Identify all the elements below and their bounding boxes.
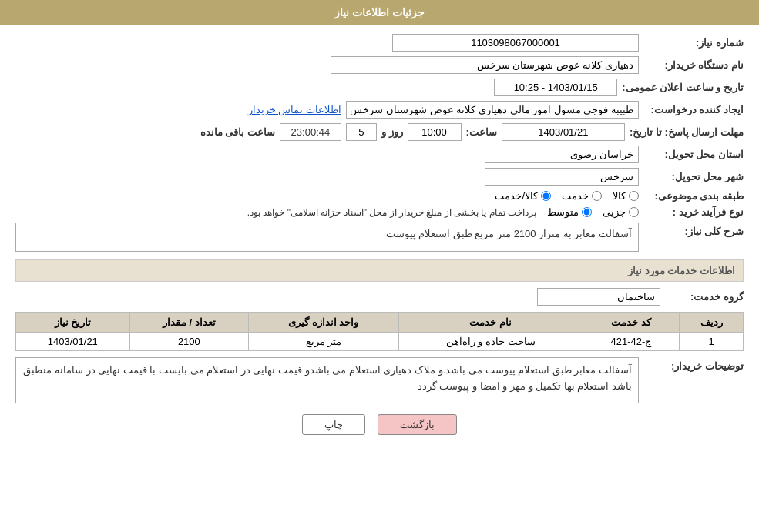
purchase-motavasset-radio[interactable]: [582, 207, 592, 217]
col-header-row: ردیف: [680, 313, 744, 333]
purchase-motavasset[interactable]: متوسط: [547, 206, 592, 218]
category-kala-khedmat-label: کالا/خدمت: [495, 190, 538, 202]
col-header-name: نام خدمت: [398, 313, 583, 333]
province-label: استان محل تحویل:: [643, 149, 744, 160]
table-row: 1 ج-42-421 ساخت جاده و راه‌آهن متر مربع …: [16, 333, 744, 351]
category-khedmat-label: خدمت: [562, 190, 589, 202]
city-input[interactable]: [485, 168, 639, 186]
service-group-row: گروه خدمت:: [15, 288, 744, 306]
col-header-unit: واحد اندازه گیری: [249, 313, 399, 333]
date-announce-row: تاریخ و ساعت اعلان عمومی:: [15, 79, 744, 96]
station-label: نام دستگاه خریدار:: [643, 59, 744, 71]
need-number-input[interactable]: [392, 34, 639, 52]
page-title: جزئیات اطلاعات نیاز: [334, 6, 425, 18]
purchase-jozyi-label: جزیی: [603, 206, 626, 218]
category-kala-radio[interactable]: [629, 191, 639, 201]
category-khedmat-radio[interactable]: [592, 191, 602, 201]
need-desc-label: شرح کلی نیاز:: [643, 223, 744, 237]
cell-row: 1: [680, 333, 744, 351]
category-khedmat[interactable]: خدمت: [562, 190, 602, 202]
col-header-qty: تعداد / مقدار: [129, 313, 248, 333]
col-header-code: کد خدمت: [583, 313, 680, 333]
purchase-jozyi-radio[interactable]: [629, 207, 639, 217]
city-label: شهر محل تحویل:: [643, 171, 744, 182]
cell-date: 1403/01/21: [16, 333, 130, 351]
purchase-type-radio-group: جزیی متوسط: [547, 206, 639, 218]
purchase-jozyi[interactable]: جزیی: [603, 206, 639, 218]
page-container: جزئیات اطلاعات نیاز شماره نیاز: نام دستگ…: [0, 0, 759, 532]
cell-qty: 2100: [129, 333, 248, 351]
deadline-time-input[interactable]: [408, 123, 462, 141]
date-announce-input[interactable]: [494, 79, 617, 96]
button-row: بازگشت چاپ: [15, 414, 744, 435]
need-desc-value: آسفالت معابر به متراز 2100 متر مربع طبق …: [386, 228, 632, 239]
service-group-label: گروه خدمت:: [667, 291, 744, 303]
cell-name: ساخت جاده و راه‌آهن: [398, 333, 583, 351]
category-kala-label: کالا: [613, 190, 626, 202]
creator-input[interactable]: [346, 101, 639, 119]
deadline-time-label: ساعت:: [466, 126, 497, 138]
buyer-notes-value: آسفالت معابر طبق استعلام پیوست می باشد.و…: [23, 364, 632, 392]
buyer-notes-box: آسفالت معابر طبق استعلام پیوست می باشد.و…: [15, 357, 639, 403]
category-row: طبقه بندی موضوعی: کالا خدمت کالا/خدمت: [15, 190, 744, 202]
deadline-remaining-box: 23:00:44: [280, 123, 341, 141]
category-kala-khedmat[interactable]: کالا/خدمت: [495, 190, 551, 202]
deadline-days-input[interactable]: [346, 123, 377, 141]
services-section-header: اطلاعات خدمات مورد نیاز: [15, 259, 744, 282]
category-label: طبقه بندی موضوعی:: [643, 190, 744, 202]
date-announce-label: تاریخ و ساعت اعلان عمومی:: [622, 82, 744, 93]
station-row: نام دستگاه خریدار:: [15, 56, 744, 74]
print-button[interactable]: چاپ: [302, 414, 365, 435]
deadline-date-input[interactable]: [502, 123, 625, 141]
city-row: شهر محل تحویل:: [15, 168, 744, 186]
purchase-type-row: نوع فرآیند خرید : جزیی متوسط پرداخت تمام…: [15, 206, 744, 218]
need-desc-box: آسفالت معابر به متراز 2100 متر مربع طبق …: [15, 223, 639, 252]
service-group-input[interactable]: [537, 288, 660, 306]
page-header: جزئیات اطلاعات نیاز: [0, 0, 759, 25]
need-number-label: شماره نیاز:: [643, 37, 744, 49]
back-button[interactable]: بازگشت: [378, 414, 457, 435]
station-input[interactable]: [331, 56, 639, 74]
deadline-days-label: روز و: [381, 126, 403, 138]
creator-link[interactable]: اطلاعات تماس خریدار: [248, 104, 341, 115]
purchase-type-label: نوع فرآیند خرید :: [643, 206, 744, 218]
creator-row: ایجاد کننده درخواست: اطلاعات تماس خریدار: [15, 101, 744, 119]
need-desc-row: شرح کلی نیاز: آسفالت معابر به متراز 2100…: [15, 223, 744, 252]
col-header-date: تاریخ نیاز: [16, 313, 130, 333]
deadline-label: مهلت ارسال پاسخ: تا تاریخ:: [630, 126, 744, 138]
province-input[interactable]: [485, 146, 639, 163]
buyer-notes-row: توضیحات خریدار: آسفالت معابر طبق استعلام…: [15, 357, 744, 403]
category-kala-khedmat-radio[interactable]: [541, 191, 551, 201]
deadline-remaining-value: 23:00:44: [291, 126, 331, 138]
deadline-remaining-label: ساعت باقی مانده: [200, 126, 275, 138]
category-kala[interactable]: کالا: [613, 190, 639, 202]
purchase-desc: پرداخت تمام یا بخشی از مبلغ خریدار از مح…: [247, 207, 536, 218]
deadline-row: مهلت ارسال پاسخ: تا تاریخ: ساعت: روز و 2…: [15, 123, 744, 141]
cell-code: ج-42-421: [583, 333, 680, 351]
category-radio-group: کالا خدمت کالا/خدمت: [495, 190, 639, 202]
creator-label: ایجاد کننده درخواست:: [643, 104, 744, 115]
cell-unit: متر مربع: [249, 333, 399, 351]
services-table: ردیف کد خدمت نام خدمت واحد اندازه گیری ت…: [15, 312, 744, 351]
need-number-row: شماره نیاز:: [15, 34, 744, 52]
buyer-notes-label: توضیحات خریدار:: [643, 357, 744, 372]
content-area: شماره نیاز: نام دستگاه خریدار: تاریخ و س…: [0, 25, 759, 450]
purchase-motavasset-label: متوسط: [547, 206, 579, 218]
province-row: استان محل تحویل:: [15, 146, 744, 163]
